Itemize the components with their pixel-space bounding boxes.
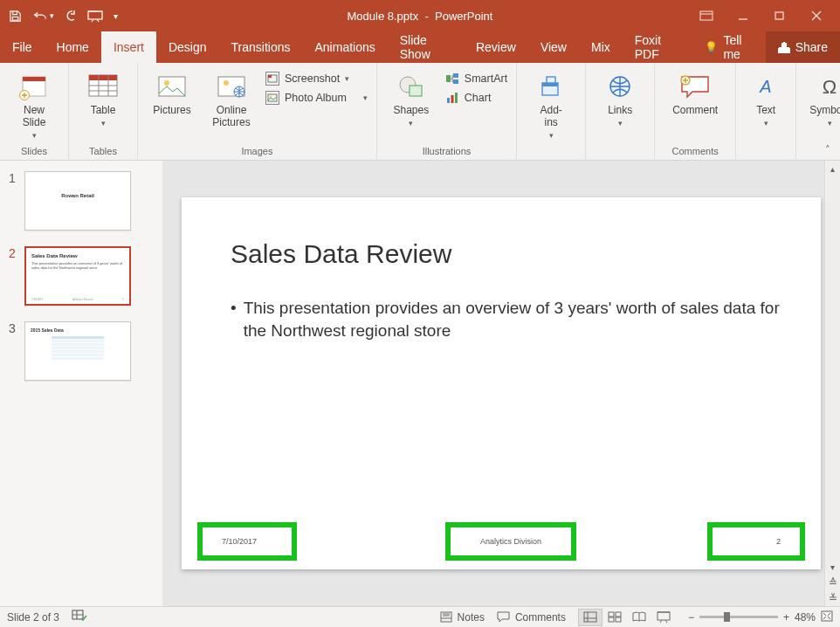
tab-review[interactable]: Review xyxy=(464,31,528,63)
svg-rect-44 xyxy=(822,611,832,621)
smartart-button[interactable]: SmartArt xyxy=(445,72,507,86)
tab-mix[interactable]: Mix xyxy=(579,31,623,63)
reading-view[interactable] xyxy=(627,609,651,626)
save-button[interactable] xyxy=(9,10,22,23)
maximize-button[interactable] xyxy=(772,8,788,24)
group-label: Tables xyxy=(78,144,128,160)
tab-animations[interactable]: Animations xyxy=(302,31,387,63)
svg-rect-25 xyxy=(453,79,458,84)
tab-transitions[interactable]: Transitions xyxy=(219,31,303,63)
vertical-scrollbar[interactable]: ▴ ▾ ≙ ≚ xyxy=(824,161,840,606)
new-slide-button[interactable]: New Slide ▾ xyxy=(9,68,59,140)
prev-slide[interactable]: ≙ xyxy=(825,575,840,590)
svg-rect-43 xyxy=(658,612,670,620)
redo-button[interactable] xyxy=(65,10,77,22)
minimize-button[interactable] xyxy=(735,8,751,24)
svg-rect-24 xyxy=(453,73,458,78)
group-label: Comments xyxy=(664,144,726,160)
footer-text-highlight: Analytics Division xyxy=(445,522,576,561)
thumbnail-1[interactable]: 1 Rowan Retail xyxy=(9,171,154,231)
tab-home[interactable]: Home xyxy=(45,31,101,63)
addins-button[interactable]: Add- ins▾ xyxy=(526,68,576,140)
svg-rect-4 xyxy=(775,12,783,19)
close-button[interactable] xyxy=(809,8,824,24)
next-slide[interactable]: ≚ xyxy=(825,590,840,606)
scroll-down[interactable]: ▾ xyxy=(825,559,840,575)
comment-button[interactable]: Comment xyxy=(664,68,726,117)
window-title: Module 8.pptx - PowerPoint xyxy=(348,10,493,23)
slide-thumbnails: 1 Rowan Retail 2 Sales Data Review This … xyxy=(0,161,162,606)
chart-button[interactable]: Chart xyxy=(445,91,507,105)
svg-rect-26 xyxy=(447,98,450,103)
photo-album-button[interactable]: Photo Album ▾ xyxy=(265,91,368,105)
slide-title[interactable]: Sales Data Review xyxy=(231,239,451,269)
tab-design[interactable]: Design xyxy=(156,31,219,63)
svg-rect-2 xyxy=(700,11,713,20)
group-label: Slides xyxy=(9,144,59,160)
zoom-in[interactable]: + xyxy=(783,611,789,624)
links-button[interactable]: Links▾ xyxy=(595,68,645,127)
zoom-out[interactable]: − xyxy=(688,611,694,624)
pictures-button[interactable]: Pictures xyxy=(147,68,197,117)
spellcheck-icon[interactable] xyxy=(72,610,87,624)
zoom-level[interactable]: 48% xyxy=(795,611,816,624)
zoom-slider[interactable] xyxy=(699,616,778,618)
group-text: A Text▾ xyxy=(736,63,796,160)
group-label xyxy=(745,144,787,160)
group-comments: Comment Comments xyxy=(655,63,736,160)
svg-rect-38 xyxy=(584,612,596,622)
footer-date-highlight: 7/10/2017 xyxy=(197,522,297,561)
thumbnail-2[interactable]: 2 Sales Data Review This presentation pr… xyxy=(9,246,154,306)
svg-rect-40 xyxy=(616,612,621,617)
tab-file[interactable]: File xyxy=(0,31,45,63)
group-addins: Add- ins▾ xyxy=(517,63,586,160)
text-button[interactable]: A Text▾ xyxy=(745,68,787,127)
svg-rect-12 xyxy=(159,77,185,96)
group-illustrations: Shapes▾ SmartArt Chart Illustrations xyxy=(377,63,517,160)
slide-canvas[interactable]: Sales Data Review This presentation prov… xyxy=(182,197,821,569)
symbols-button[interactable]: Ω Symbols▾ xyxy=(805,68,840,127)
ribbon-display-options[interactable] xyxy=(699,8,714,24)
svg-rect-11 xyxy=(89,75,117,80)
notes-button[interactable]: Notes xyxy=(440,611,485,624)
screenshot-button[interactable]: Screenshot ▾ xyxy=(265,72,368,86)
svg-rect-31 xyxy=(547,77,555,83)
scroll-up[interactable]: ▴ xyxy=(825,161,840,176)
table-button[interactable]: Table▾ xyxy=(78,68,128,127)
group-label: Images xyxy=(147,144,368,160)
undo-button[interactable]: ▾ xyxy=(32,10,54,22)
tab-foxit[interactable]: Foxit PDF xyxy=(623,31,693,63)
slide-body[interactable]: This presentation provides an overview o… xyxy=(231,297,781,341)
svg-point-15 xyxy=(224,80,229,86)
slide-sorter-view[interactable] xyxy=(602,609,627,626)
qat-customize[interactable]: ▾ xyxy=(114,11,118,21)
ribbon: New Slide ▾ Slides Table▾ Tables xyxy=(0,63,840,161)
fit-to-window[interactable] xyxy=(821,610,833,624)
slideshow-view[interactable] xyxy=(651,609,676,626)
comments-button[interactable]: Comments xyxy=(497,611,566,624)
svg-rect-8 xyxy=(23,77,45,81)
collapse-ribbon[interactable]: ˄ xyxy=(821,142,835,156)
share-button[interactable]: Share xyxy=(766,31,840,63)
tab-slideshow[interactable]: Slide Show xyxy=(388,31,464,63)
slide-indicator[interactable]: Slide 2 of 3 xyxy=(7,611,59,624)
group-slides: New Slide ▾ Slides xyxy=(0,63,69,160)
svg-rect-1 xyxy=(88,11,102,19)
shapes-button[interactable]: Shapes▾ xyxy=(386,68,437,127)
group-tables: Table▾ Tables xyxy=(69,63,138,160)
ribbon-tabs: File Home Insert Design Transitions Anim… xyxy=(0,31,840,63)
svg-rect-0 xyxy=(12,17,18,20)
group-label xyxy=(595,144,645,160)
svg-rect-22 xyxy=(410,86,422,96)
tab-insert[interactable]: Insert xyxy=(101,31,156,63)
group-label: Illustrations xyxy=(386,144,507,160)
slide-editor[interactable]: Sales Data Review This presentation prov… xyxy=(162,161,824,606)
slideshow-from-beginning-button[interactable] xyxy=(87,10,103,23)
thumbnail-3[interactable]: 3 2015 Sales Data xyxy=(9,321,154,381)
svg-rect-23 xyxy=(446,75,451,82)
tell-me[interactable]: Tell me xyxy=(692,31,765,63)
footer-slide-number-highlight: 2 xyxy=(707,522,805,561)
normal-view[interactable] xyxy=(578,609,602,626)
online-pictures-button[interactable]: Online Pictures xyxy=(206,68,257,129)
tab-view[interactable]: View xyxy=(528,31,579,63)
